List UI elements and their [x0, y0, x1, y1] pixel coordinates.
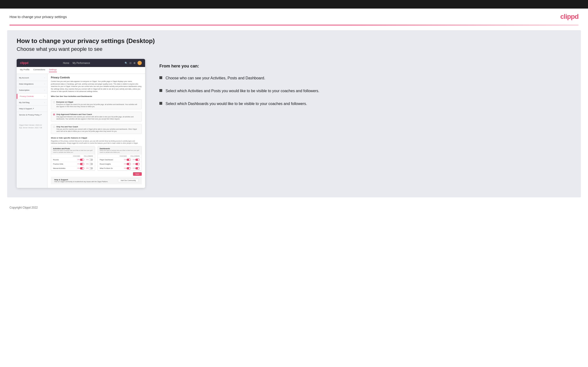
sidebar-divider-3: [17, 93, 47, 93]
rounds-followers-pill: [89, 159, 93, 161]
round-insights-followers-toggle[interactable]: ON: [133, 163, 140, 165]
row-what-to-work-on: What To Work On ON ON: [98, 166, 141, 171]
manual-followers-toggle[interactable]: ON: [86, 167, 93, 169]
bullet-item-2: Select which Activities and Posts you wo…: [159, 88, 571, 94]
what-followers-toggle[interactable]: ON: [133, 167, 140, 169]
show-hide-title: Show or hide specific features in Clippd: [51, 137, 142, 139]
player-dash-followers-toggle[interactable]: ON: [133, 159, 140, 161]
sidebar-label-privacy-controls: Privacy Controls: [20, 95, 34, 97]
player-dash-coaches-toggle[interactable]: ON: [124, 159, 131, 161]
app-main-content: Privacy Controls Control how you and you…: [48, 74, 145, 188]
help-desc: Visit our Clippd community to troublesho…: [54, 181, 108, 183]
bullet-text-1: Choose who can see your Activities, Post…: [165, 75, 265, 81]
rounds-coaches-toggle[interactable]: ON: [77, 159, 84, 161]
sidebar-item-account[interactable]: My Account ›: [17, 75, 47, 80]
rounds-coaches-on-label: ON: [77, 159, 79, 160]
chevron-right-icon: ›: [44, 77, 45, 79]
player-dash-coaches-on: ON: [124, 159, 126, 160]
radio-text-everyone: Everyone on Clippd Everyone on Clippd ca…: [56, 101, 140, 108]
sidebar-item-privacy-controls[interactable]: Privacy Controls ›: [17, 94, 47, 99]
row-round-insights: Round Insights ON ON: [98, 162, 141, 166]
player-dash-coaches-pill: [127, 159, 131, 161]
sidebar-item-privacy-policy[interactable]: Service & Privacy Policy ↗: [17, 112, 47, 117]
chevron-right-icon-2: ›: [44, 83, 45, 85]
rounds-followers-toggle[interactable]: ON: [86, 159, 93, 161]
sidebar-divider-6: [17, 112, 47, 112]
radio-approved-followers[interactable]: Only Approved Followers and Your Coach O…: [51, 112, 142, 122]
settings-icon[interactable]: ⚙: [133, 62, 136, 64]
bullet-square-3: [159, 102, 162, 105]
what-followers-pill: [135, 167, 140, 169]
what-followers-on: ON: [133, 167, 135, 169]
round-insights-followers-on: ON: [133, 163, 135, 165]
player-dash-toggles: ON ON: [124, 159, 140, 161]
drills-coaches-toggle[interactable]: ON: [77, 163, 84, 165]
dashboards-header: Dashboards Select the types of activity …: [98, 146, 141, 155]
activities-title: Activities and Posts: [53, 148, 93, 150]
sidebar-label-data-integrations: Data Integrations: [19, 83, 34, 85]
two-col-layout: clippd Home My Performance 🔍 ☷ ⚙ My Prof…: [17, 59, 571, 188]
radio-label-everyone: Everyone on Clippd: [56, 101, 140, 103]
rounds-followers-on-label: ON: [86, 159, 88, 160]
tab-my-profile[interactable]: My Profile: [20, 68, 29, 72]
grid-icon[interactable]: ☷: [130, 62, 131, 64]
sidebar-item-data-integrations[interactable]: Data Integrations ›: [17, 82, 47, 86]
drills-followers-toggle[interactable]: ON: [86, 163, 93, 165]
sidebar-item-golf-bag[interactable]: My Golf Bag ›: [17, 100, 47, 105]
dashboards-desc: Select the types of activity that you'd …: [100, 150, 140, 153]
who-can-see-heading: Who Can See Your Activities and Dashboar…: [51, 95, 142, 97]
sidebar-divider-4: [17, 99, 47, 100]
round-insights-coaches-on: ON: [124, 163, 126, 165]
tab-settings[interactable]: Settings: [49, 68, 57, 72]
drills-coaches-pill: [80, 163, 84, 165]
sidebar-label-help: Help & Support ↗: [19, 108, 34, 110]
tab-connections[interactable]: Connections: [33, 68, 45, 72]
header-divider: [9, 25, 579, 25]
sidebar-item-help[interactable]: Help & Support ↗: [17, 106, 47, 111]
radio-everyone[interactable]: Everyone on Clippd Everyone on Clippd ca…: [51, 99, 142, 109]
sidebar-divider-2: [17, 87, 47, 87]
radio-only-you[interactable]: Only You and Your Coach Only you and the…: [51, 124, 142, 134]
sidebar-footer-line1: Clippd Client Version: 2022.8.2: [19, 124, 45, 127]
app-body: My Account › Data Integrations › Subscri…: [17, 74, 145, 188]
footer: Copyright Clippd 2022: [0, 202, 588, 213]
privacy-controls-desc: Control how you and your data appears to…: [51, 80, 142, 93]
drills-coaches-on-label: ON: [77, 163, 79, 165]
coaches-label: COACHES: [73, 155, 80, 157]
nav-my-performance[interactable]: My Performance: [73, 62, 90, 64]
row-rounds: Rounds ON ON: [51, 158, 95, 162]
header: How to change your privacy settings clip…: [0, 8, 588, 25]
radio-dot-only-you: [53, 126, 55, 128]
radio-label-approved: Only Approved Followers and Your Coach: [56, 113, 140, 116]
bullet-list: Choose who can see your Activities, Post…: [159, 75, 571, 107]
visit-community-button[interactable]: Visit Our Community: [118, 179, 138, 182]
dashboards-panel: Dashboards Select the types of activity …: [97, 146, 142, 171]
sidebar-footer: Clippd Client Version: 2022.8.2 SQL Serv…: [17, 122, 47, 131]
what-coaches-toggle[interactable]: ON: [124, 167, 131, 169]
manual-followers-on-label: ON: [86, 167, 88, 169]
chevron-right-icon-4: ›: [44, 95, 45, 97]
sidebar-label-golf-bag: My Golf Bag: [19, 101, 29, 104]
avatar[interactable]: [138, 61, 142, 65]
save-button[interactable]: Save: [133, 172, 142, 176]
screenshot-mockup: clippd Home My Performance 🔍 ☷ ⚙ My Prof…: [17, 59, 145, 188]
manual-coaches-toggle[interactable]: ON: [77, 167, 84, 169]
dash-coaches-label: COACHES: [120, 155, 127, 157]
show-hide-desc: Regardless of the privacy controls that …: [51, 140, 142, 144]
search-icon[interactable]: 🔍: [125, 62, 128, 64]
activities-dashboards-grid: Activities and Posts Select the types of…: [51, 146, 142, 171]
manual-activities-label: Manual Activities: [53, 167, 77, 169]
page-heading: How to change your privacy settings (Des…: [17, 37, 571, 45]
rounds-label: Rounds: [53, 159, 77, 161]
round-insights-followers-pill: [135, 163, 140, 165]
manual-activities-toggles: ON ON: [77, 167, 93, 169]
app-logo: clippd: [20, 61, 28, 65]
top-bar: [0, 0, 588, 8]
nav-home[interactable]: Home: [63, 62, 69, 64]
app-topbar: clippd Home My Performance 🔍 ☷ ⚙: [17, 59, 145, 67]
drills-followers-on-label: ON: [86, 163, 88, 165]
sidebar-item-subscription[interactable]: Subscription ›: [17, 88, 47, 93]
rounds-toggles: ON ON: [77, 159, 93, 161]
round-insights-coaches-toggle[interactable]: ON: [124, 163, 131, 165]
dashboards-title: Dashboards: [100, 148, 140, 150]
